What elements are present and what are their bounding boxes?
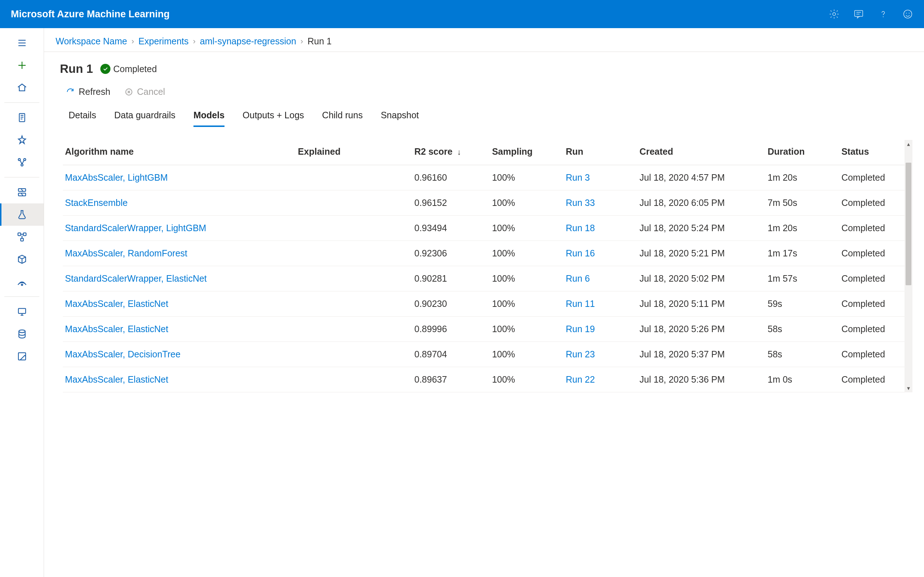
nav-automl[interactable] — [0, 129, 44, 151]
cell-duration: 7m 50s — [766, 190, 839, 216]
algorithm-link[interactable]: MaxAbsScaler, ElasticNet — [65, 298, 168, 309]
cell-duration: 58s — [766, 317, 839, 342]
nav-experiments[interactable] — [0, 203, 44, 226]
cell-duration: 1m 20s — [766, 216, 839, 241]
algorithm-link[interactable]: StandardScalerWrapper, ElasticNet — [65, 273, 207, 284]
nav-new[interactable] — [0, 54, 44, 76]
col-run[interactable]: Run — [564, 140, 637, 165]
tab-details[interactable]: Details — [69, 106, 96, 127]
nav-notebooks[interactable] — [0, 106, 44, 129]
col-duration[interactable]: Duration — [766, 140, 839, 165]
run-link[interactable]: Run 11 — [565, 298, 595, 309]
svg-rect-16 — [18, 308, 26, 313]
col-explained[interactable]: Explained — [296, 140, 412, 165]
cell-duration: 58s — [766, 342, 839, 367]
scroll-down-icon[interactable]: ▾ — [907, 384, 910, 392]
nav-designer[interactable] — [0, 151, 44, 174]
run-link[interactable]: Run 16 — [565, 248, 595, 258]
smile-icon[interactable] — [902, 9, 913, 19]
run-link[interactable]: Run 18 — [565, 223, 595, 233]
cell-r2: 0.89704 — [412, 342, 490, 367]
scroll-thumb[interactable] — [906, 163, 911, 285]
tab-child-runs[interactable]: Child runs — [322, 106, 363, 127]
cell-status: Completed — [839, 317, 905, 342]
cell-status: Completed — [839, 165, 905, 190]
run-link[interactable]: Run 33 — [565, 198, 595, 208]
cell-explained — [296, 216, 412, 241]
tab-models[interactable]: Models — [194, 106, 225, 127]
col-created[interactable]: Created — [637, 140, 766, 165]
breadcrumb-experiment[interactable]: aml-synapse-regression — [200, 36, 296, 47]
cell-status: Completed — [839, 367, 905, 392]
col-status[interactable]: Status — [839, 140, 905, 165]
cell-status: Completed — [839, 266, 905, 292]
algorithm-link[interactable]: MaxAbsScaler, DecisionTree — [65, 349, 181, 359]
svg-point-3 — [904, 10, 912, 18]
models-table-body: MaxAbsScaler, LightGBM0.96160100%Run 3Ju… — [63, 165, 905, 392]
algorithm-link[interactable]: StandardScalerWrapper, LightGBM — [65, 223, 206, 233]
col-algorithm[interactable]: Algorithm name — [63, 140, 296, 165]
nav-divider-2 — [4, 177, 39, 177]
col-sampling[interactable]: Sampling — [490, 140, 564, 165]
run-link[interactable]: Run 23 — [565, 349, 595, 359]
algorithm-link[interactable]: MaxAbsScaler, LightGBM — [65, 172, 168, 182]
nav-home[interactable] — [0, 76, 44, 99]
cell-r2: 0.92306 — [412, 241, 490, 266]
vertical-scrollbar[interactable]: ▴ ▾ — [905, 140, 913, 392]
algorithm-link[interactable]: MaxAbsScaler, ElasticNet — [65, 374, 168, 384]
breadcrumb-workspace[interactable]: Workspace Name — [56, 36, 127, 47]
cell-created: Jul 18, 2020 5:11 PM — [637, 292, 766, 317]
nav-pipelines[interactable] — [0, 226, 44, 248]
nav-menu-toggle[interactable] — [0, 32, 44, 54]
cell-duration: 59s — [766, 292, 839, 317]
breadcrumb: Workspace Name › Experiments › aml-synap… — [44, 28, 924, 52]
cell-r2: 0.96152 — [412, 190, 490, 216]
nav-models[interactable] — [0, 248, 44, 271]
run-link[interactable]: Run 6 — [565, 273, 590, 284]
refresh-button[interactable]: Refresh — [66, 87, 110, 97]
breadcrumb-current: Run 1 — [307, 36, 332, 47]
svg-rect-14 — [21, 239, 23, 241]
cell-sampling: 100% — [490, 216, 564, 241]
cancel-button: Cancel — [124, 87, 165, 97]
cell-explained — [296, 190, 412, 216]
cell-duration: 1m 0s — [766, 367, 839, 392]
status-label: Completed — [113, 64, 157, 74]
nav-datastores[interactable] — [0, 323, 44, 345]
nav-compute[interactable] — [0, 300, 44, 323]
cell-sampling: 100% — [490, 190, 564, 216]
run-link[interactable]: Run 19 — [565, 324, 595, 334]
tab-snapshot[interactable]: Snapshot — [381, 106, 419, 127]
nav-endpoints[interactable] — [0, 271, 44, 293]
tab-data-guardrails[interactable]: Data guardrails — [114, 106, 175, 127]
table-row: MaxAbsScaler, LightGBM0.96160100%Run 3Ju… — [63, 165, 905, 190]
cell-created: Jul 18, 2020 5:24 PM — [637, 216, 766, 241]
cancel-label: Cancel — [137, 87, 165, 97]
breadcrumb-experiments[interactable]: Experiments — [139, 36, 189, 47]
nav-labeling[interactable] — [0, 345, 44, 367]
feedback-icon[interactable] — [853, 9, 864, 19]
gear-icon[interactable] — [829, 9, 840, 19]
run-link[interactable]: Run 3 — [565, 172, 590, 182]
tabs: Details Data guardrails Models Outputs +… — [44, 106, 924, 127]
cell-r2: 0.93494 — [412, 216, 490, 241]
cell-explained — [296, 317, 412, 342]
tab-outputs-logs[interactable]: Outputs + Logs — [242, 106, 304, 127]
algorithm-link[interactable]: MaxAbsScaler, ElasticNet — [65, 324, 168, 334]
cell-explained — [296, 266, 412, 292]
topbar-icon-group — [829, 9, 913, 19]
help-icon[interactable] — [878, 9, 888, 19]
cell-explained — [296, 165, 412, 190]
algorithm-link[interactable]: MaxAbsScaler, RandomForest — [65, 248, 187, 258]
cell-r2: 0.96160 — [412, 165, 490, 190]
run-link[interactable]: Run 22 — [565, 374, 595, 384]
table-row: StandardScalerWrapper, LightGBM0.9349410… — [63, 216, 905, 241]
col-r2[interactable]: R2 score ↓ — [412, 140, 490, 165]
scroll-up-icon[interactable]: ▴ — [907, 140, 910, 148]
table-row: MaxAbsScaler, DecisionTree0.89704100%Run… — [63, 342, 905, 367]
cell-status: Completed — [839, 292, 905, 317]
nav-datasets[interactable] — [0, 181, 44, 203]
cell-created: Jul 18, 2020 5:21 PM — [637, 241, 766, 266]
algorithm-link[interactable]: StackEnsemble — [65, 198, 128, 208]
table-row: MaxAbsScaler, ElasticNet0.89996100%Run 1… — [63, 317, 905, 342]
